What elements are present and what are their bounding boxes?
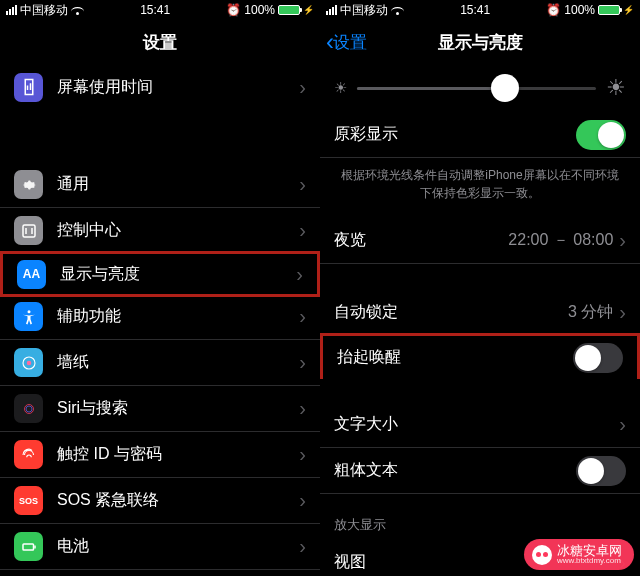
slider-thumb[interactable] — [491, 74, 519, 102]
svg-rect-0 — [26, 86, 28, 91]
raise-to-wake-label: 抬起唤醒 — [337, 347, 573, 368]
text-size-label: 文字大小 — [334, 414, 619, 435]
battery-icon — [278, 5, 300, 15]
signal-icon — [326, 5, 337, 15]
battery-pct: 100% — [564, 3, 595, 17]
status-bar: 中国移动 15:41 ⏰100%⚡ — [0, 0, 320, 20]
slider-track[interactable] — [357, 87, 596, 90]
display-brightness-screen: 中国移动 15:41 ⏰100%⚡ ‹设置 显示与亮度 ☀︎ ☀︎ 原彩显示 根… — [320, 0, 640, 576]
svg-point-7 — [26, 360, 31, 365]
raise-to-wake-switch[interactable] — [573, 343, 623, 373]
alarm-icon: ⏰ — [226, 3, 241, 17]
wifi-icon — [71, 6, 84, 15]
row-icon: SOS — [14, 486, 43, 515]
sun-small-icon: ☀︎ — [334, 79, 347, 97]
chevron-right-icon: › — [299, 173, 306, 196]
chevron-right-icon: › — [299, 76, 306, 99]
chevron-right-icon: › — [299, 351, 306, 374]
chevron-right-icon: › — [299, 443, 306, 466]
chevron-right-icon: › — [299, 535, 306, 558]
page-title: 显示与亮度 — [438, 31, 523, 54]
true-tone-row[interactable]: 原彩显示 — [320, 112, 640, 158]
bold-text-switch[interactable] — [576, 456, 626, 486]
auto-lock-row[interactable]: 自动锁定 3 分钟 › — [320, 290, 640, 336]
battery-pct: 100% — [244, 3, 275, 17]
chevron-right-icon: › — [619, 301, 626, 324]
auto-lock-label: 自动锁定 — [334, 302, 568, 323]
chevron-right-icon: › — [619, 229, 626, 252]
settings-row-屏幕使用时间[interactable]: 屏幕使用时间› — [0, 64, 320, 110]
charging-icon: ⚡ — [303, 5, 314, 15]
settings-screen: 中国移动 15:41 ⏰100%⚡ 设置 屏幕使用时间›通用›控制中心›AA显示… — [0, 0, 320, 576]
watermark: 冰糖安卓网 www.btxtdmy.com — [524, 539, 634, 570]
night-shift-label: 夜览 — [334, 230, 508, 251]
zoom-section-header: 放大显示 — [320, 494, 640, 540]
row-label: 显示与亮度 — [60, 264, 296, 285]
svg-rect-11 — [23, 544, 34, 550]
settings-row-Siri与搜索[interactable]: Siri与搜索› — [0, 386, 320, 432]
row-icon — [14, 302, 43, 331]
row-icon — [14, 73, 43, 102]
chevron-right-icon: › — [299, 219, 306, 242]
signal-icon — [6, 5, 17, 15]
true-tone-label: 原彩显示 — [334, 124, 576, 145]
sun-large-icon: ☀︎ — [606, 75, 626, 101]
svg-rect-1 — [29, 83, 31, 90]
auto-lock-detail: 3 分钟 — [568, 302, 613, 323]
wifi-icon — [391, 6, 404, 15]
settings-row-通用[interactable]: 通用› — [0, 162, 320, 208]
true-tone-switch[interactable] — [576, 120, 626, 150]
row-icon — [14, 170, 43, 199]
settings-row-触控 ID 与密码[interactable]: 触控 ID 与密码› — [0, 432, 320, 478]
settings-list: 屏幕使用时间›通用›控制中心›AA显示与亮度›辅助功能›墙纸›Siri与搜索›触… — [0, 64, 320, 576]
row-label: 控制中心 — [57, 220, 299, 241]
settings-row-显示与亮度[interactable]: AA显示与亮度› — [0, 251, 320, 297]
bold-text-row[interactable]: 粗体文本 — [320, 448, 640, 494]
watermark-icon — [532, 545, 552, 565]
row-icon — [14, 394, 43, 423]
row-label: 墙纸 — [57, 352, 299, 373]
svg-rect-2 — [23, 225, 35, 237]
raise-to-wake-row[interactable]: 抬起唤醒 — [320, 333, 640, 379]
true-tone-note: 根据环境光线条件自动调整iPhone屏幕以在不同环境下保持色彩显示一致。 — [320, 158, 640, 218]
header: ‹设置 显示与亮度 — [320, 20, 640, 64]
row-icon — [14, 216, 43, 245]
night-shift-detail: 22:00 － 08:00 — [508, 230, 613, 251]
row-icon — [14, 348, 43, 377]
row-label: 通用 — [57, 174, 299, 195]
chevron-right-icon: › — [296, 263, 303, 286]
row-icon — [14, 440, 43, 469]
battery-icon — [598, 5, 620, 15]
svg-point-5 — [27, 310, 30, 313]
chevron-right-icon: › — [619, 413, 626, 436]
settings-row-隐私[interactable]: 隐私› — [0, 570, 320, 576]
text-size-row[interactable]: 文字大小 › — [320, 402, 640, 448]
settings-row-SOS 紧急联络[interactable]: SOSSOS 紧急联络› — [0, 478, 320, 524]
row-label: 电池 — [57, 536, 299, 557]
settings-row-电池[interactable]: 电池› — [0, 524, 320, 570]
brightness-slider[interactable]: ☀︎ ☀︎ — [320, 64, 640, 112]
settings-row-辅助功能[interactable]: 辅助功能› — [0, 294, 320, 340]
row-label: SOS 紧急联络 — [57, 490, 299, 511]
row-label: 辅助功能 — [57, 306, 299, 327]
carrier: 中国移动 — [340, 2, 388, 19]
row-label: 触控 ID 与密码 — [57, 444, 299, 465]
page-title: 设置 — [143, 31, 177, 54]
night-shift-row[interactable]: 夜览 22:00 － 08:00 › — [320, 218, 640, 264]
carrier: 中国移动 — [20, 2, 68, 19]
row-icon: AA — [17, 260, 46, 289]
row-icon — [14, 532, 43, 561]
status-time: 15:41 — [460, 3, 490, 17]
chevron-right-icon: › — [299, 489, 306, 512]
settings-row-控制中心[interactable]: 控制中心› — [0, 208, 320, 254]
chevron-right-icon: › — [299, 305, 306, 328]
row-label: Siri与搜索 — [57, 398, 299, 419]
svg-rect-12 — [34, 545, 36, 548]
status-bar: 中国移动 15:41 ⏰100%⚡ — [320, 0, 640, 20]
chevron-right-icon: › — [299, 397, 306, 420]
alarm-icon: ⏰ — [546, 3, 561, 17]
back-button[interactable]: ‹设置 — [326, 30, 367, 54]
charging-icon: ⚡ — [623, 5, 634, 15]
header: 设置 — [0, 20, 320, 64]
settings-row-墙纸[interactable]: 墙纸› — [0, 340, 320, 386]
